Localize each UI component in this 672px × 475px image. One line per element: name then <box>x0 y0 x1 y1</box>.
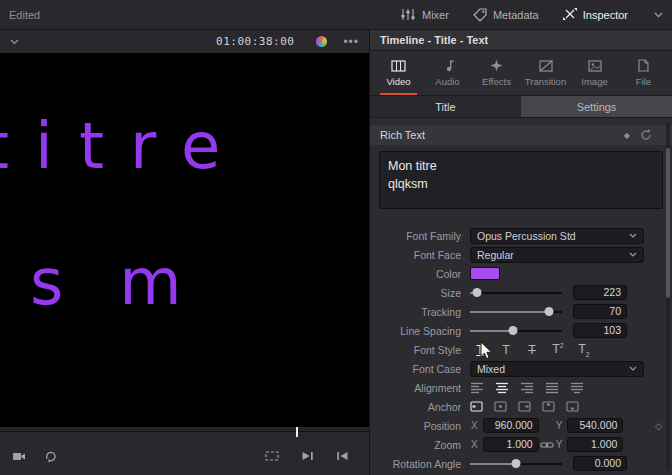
chevron-down-icon <box>10 39 19 45</box>
edited-status: Edited <box>9 9 40 21</box>
slider-knob[interactable] <box>509 326 518 335</box>
superscript-style-button[interactable]: T2 <box>548 342 568 356</box>
rendered-title-line2: sm <box>30 245 238 319</box>
gang-color-icon[interactable] <box>316 36 327 47</box>
anchor-right-button[interactable] <box>518 401 531 412</box>
size-value[interactable]: 223 <box>573 285 627 300</box>
rendered-title-line1: titre <box>0 109 246 183</box>
inspector-label: Inspector <box>583 9 628 21</box>
tab-audio[interactable]: Audio <box>423 51 472 95</box>
subtab-settings[interactable]: Settings <box>521 96 672 117</box>
color-swatch[interactable] <box>470 267 500 280</box>
rich-text-section-header[interactable]: Rich Text ◆ <box>370 125 672 145</box>
align-right-button[interactable] <box>520 382 534 394</box>
mixer-label: Mixer <box>422 9 449 21</box>
viewer-options-icon[interactable]: ••• <box>343 35 359 49</box>
video-canvas[interactable]: titre sm <box>0 53 369 427</box>
position-x-input[interactable]: 960.000 <box>483 418 539 433</box>
tab-image-label: Image <box>581 76 607 87</box>
slider-fill <box>470 330 513 332</box>
font-face-dropdown[interactable]: Regular <box>470 247 644 263</box>
subtab-title[interactable]: Title <box>370 96 521 117</box>
font-family-row: Font Family Opus Percussion Std <box>370 226 672 245</box>
metadata-button[interactable]: Metadata <box>473 8 539 22</box>
app-window: { "colors": { "accent_red": "#dd4a33", "… <box>0 0 672 475</box>
tab-file[interactable]: File <box>619 51 668 95</box>
effects-icon <box>490 59 503 72</box>
color-label: Color <box>370 268 470 280</box>
panel-scrollbar[interactable] <box>666 122 670 471</box>
slider-fill <box>470 463 516 465</box>
anchor-center-button[interactable] <box>494 401 507 412</box>
strikethrough-style-button[interactable]: T <box>522 343 542 357</box>
slider-knob[interactable] <box>473 288 482 297</box>
slider-fill <box>470 311 549 313</box>
align-justify-button[interactable] <box>545 382 559 394</box>
viewer-jog-bar[interactable] <box>0 427 369 437</box>
tracking-value[interactable]: 70 <box>573 304 627 319</box>
window-options-button[interactable] <box>654 12 663 18</box>
chevron-down-icon <box>654 12 663 18</box>
tab-effects[interactable]: Effects <box>472 51 521 95</box>
rich-text-input[interactable]: Mon titre qlqksm <box>379 151 663 209</box>
font-case-value: Mixed <box>477 363 505 375</box>
position-y-input[interactable]: 540.000 <box>567 418 623 433</box>
jog-playhead[interactable] <box>296 427 298 437</box>
loop-button[interactable] <box>44 450 57 463</box>
underline-style-button[interactable]: T <box>470 343 490 357</box>
jog-track <box>0 431 369 432</box>
zoom-link-button[interactable] <box>539 441 555 449</box>
mixer-button[interactable]: Mixer <box>400 8 449 21</box>
font-case-label: Font Case <box>370 363 470 375</box>
zoom-y-input[interactable]: 1.000 <box>567 437 623 452</box>
font-family-label: Font Family <box>370 230 470 242</box>
viewer-timecode[interactable]: 01:00:38:00 <box>216 35 294 48</box>
size-slider[interactable] <box>470 285 562 301</box>
inspector-title: Timeline - Title - Text <box>370 30 672 51</box>
slider-knob[interactable] <box>545 307 554 316</box>
viewer-header: 01:00:38:00 ••• <box>0 30 369 53</box>
inspector-tabs: Video Audio Effects Transition Image Fil… <box>370 51 672 96</box>
slider-knob[interactable] <box>512 459 521 468</box>
tab-video[interactable]: Video <box>374 51 423 95</box>
scrollbar-thumb[interactable] <box>666 148 670 298</box>
reset-icon[interactable] <box>640 129 652 141</box>
align-center-button[interactable] <box>495 382 509 394</box>
camera-button[interactable] <box>12 450 26 463</box>
tracking-slider[interactable] <box>470 304 562 320</box>
line-spacing-value[interactable]: 103 <box>573 323 627 338</box>
rotation-angle-row: Rotation Angle 0.000 <box>370 454 672 473</box>
color-row: Color <box>370 264 672 283</box>
anchor-left-button[interactable] <box>470 401 483 412</box>
tab-image[interactable]: Image <box>570 51 619 95</box>
viewer-menu-button[interactable] <box>10 39 19 45</box>
font-case-dropdown[interactable]: Mixed <box>470 361 644 377</box>
tab-transition-label: Transition <box>525 76 566 87</box>
inspector-button[interactable]: Inspector <box>563 8 628 21</box>
keyframe-icon[interactable]: ◇ <box>655 421 662 431</box>
align-justify-last-center-button[interactable] <box>570 382 584 394</box>
size-label: Size <box>370 287 470 299</box>
font-family-dropdown[interactable]: Opus Percussion Std <box>470 228 644 244</box>
timeline-viewer: 01:00:38:00 ••• titre sm <box>0 30 370 475</box>
controls-list: Font Family Opus Percussion Std Font Fac… <box>370 226 672 473</box>
tab-video-label: Video <box>386 76 410 87</box>
keyframe-icon[interactable]: ◆ <box>624 131 630 140</box>
anchor-bottom-button[interactable] <box>566 401 579 412</box>
play-to-end-button[interactable] <box>301 450 314 462</box>
anchor-top-button[interactable] <box>542 401 555 412</box>
transport-controls <box>0 437 369 475</box>
rotation-angle-slider[interactable] <box>470 456 562 472</box>
rotation-angle-value[interactable]: 0.000 <box>573 456 627 471</box>
line-spacing-slider[interactable] <box>470 323 562 339</box>
tab-transition[interactable]: Transition <box>521 51 570 95</box>
regular-style-button[interactable]: T <box>496 343 516 357</box>
first-frame-button[interactable] <box>336 450 349 462</box>
align-left-button[interactable] <box>470 382 484 394</box>
play-to-end-icon <box>301 450 314 462</box>
loop-region-button[interactable] <box>265 450 279 462</box>
font-family-value: Opus Percussion Std <box>477 230 576 242</box>
zoom-x-input[interactable]: 1.000 <box>483 437 539 452</box>
subscript-style-button[interactable]: T2 <box>574 342 594 358</box>
line-spacing-row: Line Spacing 103 <box>370 321 672 340</box>
